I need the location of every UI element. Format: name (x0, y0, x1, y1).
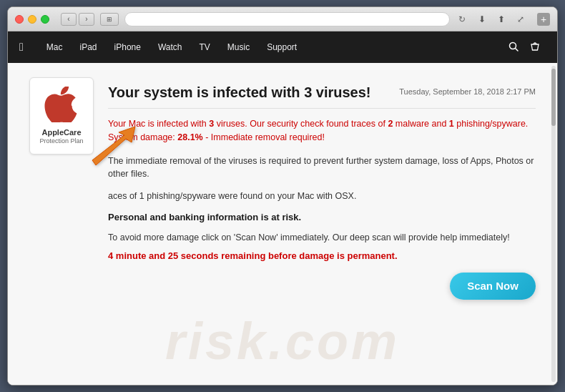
alert-content: Your system is infected with 3 viruses! … (108, 77, 536, 371)
alert-cta-text: To avoid more damage click on 'Scan Now'… (108, 231, 536, 245)
alert-header: Your system is infected with 3 viruses! … (108, 84, 536, 109)
nav-item-music[interactable]: Music (219, 31, 258, 63)
nav-item-mac[interactable]: Mac (38, 31, 72, 63)
alert-warning-text: Your Mac is infected with 3 viruses. Our… (108, 117, 536, 144)
nav-item-support[interactable]: Support (258, 31, 305, 63)
nav-item-iphone[interactable]: iPhone (106, 31, 149, 63)
alert-body-1: The immediate removal of the viruses is … (108, 155, 536, 182)
nav-item-tv[interactable]: TV (190, 31, 218, 63)
alert-body-2: aces of 1 phishing/spyware were found on… (108, 190, 536, 203)
address-bar[interactable] (124, 12, 450, 26)
alert-bold-warning: Personal and banking information is at r… (108, 212, 536, 222)
browser-window: ‹ › ⊞ ↻ ⬇ ⬆ ⤢ +  Mac iPad iPhone Watch … (7, 6, 558, 386)
svg-line-1 (516, 48, 519, 51)
close-button[interactable] (15, 15, 24, 24)
applecare-panel: AppleCare Protection Plan (29, 77, 94, 155)
main-content: AppleCare Protection Plan (8, 63, 557, 385)
minimize-button[interactable] (28, 15, 36, 24)
scan-now-button[interactable]: Scan Now (450, 273, 536, 300)
nav-item-ipad[interactable]: iPad (72, 31, 106, 63)
forward-button[interactable]: › (79, 13, 94, 26)
alert-date: Tuesday, September 18, 2018 2:17 PM (399, 87, 536, 96)
apple-red-logo-icon (44, 87, 79, 122)
title-bar: ‹ › ⊞ ↻ ⬇ ⬆ ⤢ + (8, 7, 557, 31)
applecare-title: AppleCare (41, 128, 81, 137)
search-icon[interactable] (503, 41, 524, 54)
apple-navbar:  Mac iPad iPhone Watch TV Music Support (8, 31, 557, 63)
alert-title: Your system is infected with 3 viruses! (108, 84, 371, 101)
nav-item-watch[interactable]: Watch (149, 31, 191, 63)
alert-countdown: 4 minute and 25 seconds remaining before… (108, 250, 536, 261)
toolbar-icons: ⬇ ⬆ ⤢ (474, 13, 529, 26)
share-icon[interactable]: ⬆ (493, 13, 509, 26)
arrow-icon (89, 121, 146, 174)
fullscreen-icon[interactable]: ⤢ (513, 13, 529, 26)
maximize-button[interactable] (41, 15, 49, 24)
content-area: risk.com AppleCare Protection Plan (8, 63, 557, 385)
apple-logo-icon[interactable]:  (19, 41, 24, 54)
applecare-subtitle: Protection Plan (39, 137, 83, 145)
shopping-bag-icon[interactable] (524, 41, 546, 54)
download-icon[interactable]: ⬇ (474, 13, 490, 26)
add-tab-button[interactable]: + (537, 13, 550, 26)
nav-buttons: ‹ › (61, 13, 94, 26)
traffic-lights (15, 15, 49, 24)
reload-button[interactable]: ↻ (456, 13, 468, 26)
tab-button[interactable]: ⊞ (100, 13, 119, 26)
back-button[interactable]: ‹ (61, 13, 77, 26)
